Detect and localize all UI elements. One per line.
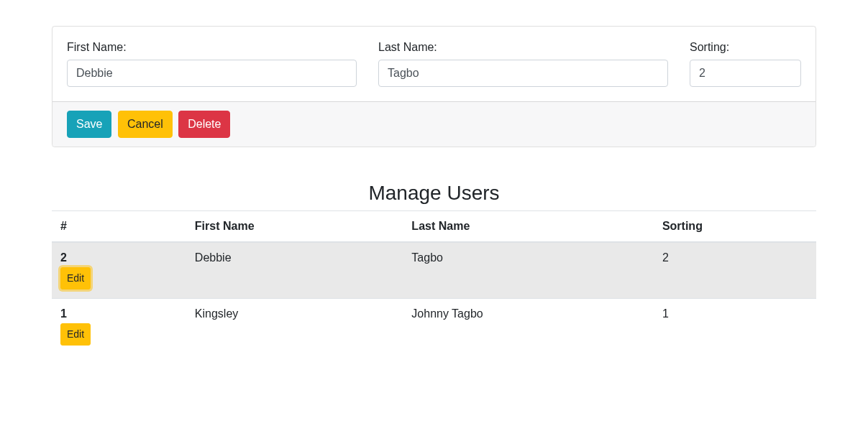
edit-button[interactable]: Edit bbox=[60, 323, 91, 346]
sorting-group: Sorting: bbox=[690, 41, 801, 87]
first-name-group: First Name: bbox=[67, 41, 357, 87]
edit-user-card: First Name: Last Name: Sorting: Save Can… bbox=[52, 26, 816, 147]
cell-first-name: Debbie bbox=[186, 242, 403, 299]
last-name-input[interactable] bbox=[378, 60, 668, 87]
cell-last-name: Tagbo bbox=[403, 242, 654, 299]
row-id: 2 bbox=[60, 251, 178, 264]
cancel-button[interactable]: Cancel bbox=[118, 111, 173, 138]
header-sorting: Sorting bbox=[654, 211, 816, 243]
first-name-label: First Name: bbox=[67, 41, 357, 54]
cell-id: 1Edit bbox=[52, 299, 186, 355]
table-row: 1EditKingsleyJohnny Tagbo1 bbox=[52, 299, 816, 355]
sorting-input[interactable] bbox=[690, 60, 801, 87]
table-row: 2EditDebbieTagbo2 bbox=[52, 242, 816, 299]
header-last-name: Last Name bbox=[403, 211, 654, 243]
delete-button[interactable]: Delete bbox=[178, 111, 230, 138]
save-button[interactable]: Save bbox=[67, 111, 111, 138]
section-title: Manage Users bbox=[52, 182, 816, 205]
card-footer: Save Cancel Delete bbox=[52, 101, 816, 147]
last-name-group: Last Name: bbox=[378, 41, 668, 87]
cell-sorting: 2 bbox=[654, 242, 816, 299]
table-header-row: # First Name Last Name Sorting bbox=[52, 211, 816, 243]
first-name-input[interactable] bbox=[67, 60, 357, 87]
last-name-label: Last Name: bbox=[378, 41, 668, 54]
cell-sorting: 1 bbox=[654, 299, 816, 355]
edit-button[interactable]: Edit bbox=[60, 267, 91, 289]
users-table: # First Name Last Name Sorting 2EditDebb… bbox=[52, 210, 816, 354]
header-id: # bbox=[52, 211, 186, 243]
header-first-name: First Name bbox=[186, 211, 403, 243]
cell-first-name: Kingsley bbox=[186, 299, 403, 355]
sorting-label: Sorting: bbox=[690, 41, 801, 54]
row-id: 1 bbox=[60, 307, 178, 320]
cell-id: 2Edit bbox=[52, 242, 186, 299]
card-body: First Name: Last Name: Sorting: bbox=[52, 27, 816, 101]
cell-last-name: Johnny Tagbo bbox=[403, 299, 654, 355]
